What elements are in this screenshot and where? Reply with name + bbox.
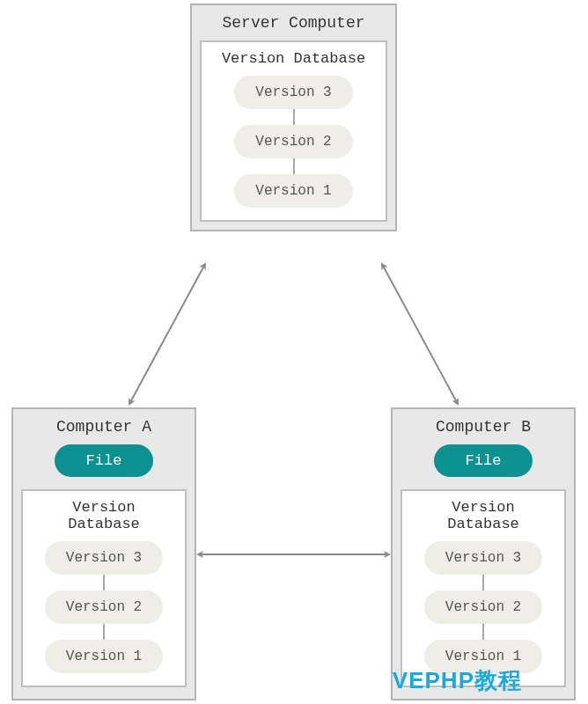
computer-a-version-2: Version 2: [45, 590, 163, 624]
computer-b-title: Computer B: [436, 418, 531, 436]
server-db-title: Version Database: [222, 50, 365, 67]
computer-a-title: Computer A: [56, 418, 151, 436]
computer-a-box: Computer A File Version Database Version…: [11, 407, 196, 700]
version-connector: [103, 624, 105, 640]
watermark-text: VEPHP教程: [393, 665, 522, 696]
computer-a-version-database: Version Database Version 3 Version 2 Ver…: [21, 489, 187, 687]
computer-b-file: File: [434, 444, 533, 477]
version-connector: [293, 158, 295, 174]
computer-a-version-1: Version 1: [45, 640, 163, 673]
computer-a-file: File: [55, 444, 154, 477]
server-version-2: Version 2: [234, 125, 352, 158]
version-connector: [293, 109, 295, 125]
computer-b-version-database: Version Database Version 3 Version 2 Ver…: [401, 489, 566, 687]
computer-b-db-title: Version Database: [413, 499, 554, 532]
server-version-1: Version 1: [234, 174, 352, 208]
server-version-database: Version Database Version 3 Version 2 Ver…: [200, 40, 387, 222]
computer-a-version-3: Version 3: [45, 541, 163, 575]
computer-b-version-2: Version 2: [424, 590, 542, 624]
server-version-3: Version 3: [234, 76, 352, 109]
computer-b-box: Computer B File Version Database Version…: [391, 407, 576, 700]
version-connector: [482, 624, 484, 640]
version-connector: [482, 575, 484, 590]
server-title: Server Computer: [222, 14, 364, 32]
computer-b-version-3: Version 3: [424, 541, 542, 575]
svg-line-1: [382, 264, 458, 404]
computer-a-db-title: Version Database: [33, 499, 174, 532]
server-computer-box: Server Computer Version Database Version…: [190, 4, 397, 231]
svg-line-0: [129, 264, 205, 404]
version-connector: [103, 575, 105, 590]
